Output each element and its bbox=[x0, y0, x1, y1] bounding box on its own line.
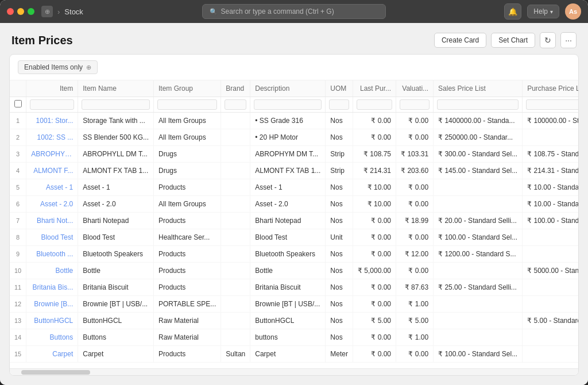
col-item-group[interactable]: Item Group bbox=[153, 80, 220, 97]
avatar[interactable]: As bbox=[565, 3, 581, 20]
table-row[interactable]: 6 Asset - 2.0 Asset - 2.0 All Item Group… bbox=[10, 196, 578, 213]
table-row[interactable]: 4 ALMONT F... ALMONT FX TAB 1... Drugs A… bbox=[10, 163, 578, 179]
row-uom: Nos bbox=[326, 296, 353, 313]
row-item-group: PORTABLE SPE... bbox=[153, 296, 220, 313]
row-brand bbox=[221, 163, 250, 179]
row-item[interactable]: Bluetooth ... bbox=[26, 246, 78, 263]
notifications-button[interactable]: 🔔 bbox=[504, 3, 521, 20]
table-row[interactable]: 10 Bottle Bottle Products Bottle Nos ₹ 5… bbox=[10, 263, 578, 279]
row-brand bbox=[221, 263, 250, 279]
row-item[interactable]: Asset - 2.0 bbox=[26, 196, 78, 213]
row-last-purchase: ₹ 0.00 bbox=[353, 346, 396, 363]
maximize-button[interactable] bbox=[28, 8, 34, 15]
filter-last-purchase-input[interactable] bbox=[357, 99, 392, 110]
row-valuation: ₹ 0.00 bbox=[396, 129, 434, 146]
row-last-purchase: ₹ 0.00 bbox=[353, 246, 396, 263]
row-sales-price: ₹ 250000.00 - Standar... bbox=[434, 129, 523, 146]
col-description[interactable]: Description bbox=[250, 80, 326, 97]
row-item[interactable]: Buttons bbox=[26, 329, 78, 346]
table-row[interactable]: 1 1001: Stor... Storage Tank with ... Al… bbox=[10, 113, 578, 129]
row-uom: Strip bbox=[326, 146, 353, 163]
row-last-purchase: ₹ 0.00 bbox=[353, 213, 396, 229]
row-sales-price: ₹ 145.00 - Standard Sel... bbox=[434, 163, 523, 179]
table-row[interactable]: 12 Brownie [B... Brownie [BT | USB/... P… bbox=[10, 296, 578, 313]
row-item-group: Raw Material bbox=[153, 329, 220, 346]
refresh-button[interactable]: ↻ bbox=[540, 32, 556, 48]
table-row[interactable]: 14 Buttons Buttons Raw Material buttons … bbox=[10, 329, 578, 346]
filter-item-input[interactable] bbox=[30, 99, 74, 110]
col-item-name[interactable]: Item Name bbox=[78, 80, 154, 97]
row-brand bbox=[221, 196, 250, 213]
filter-valuation-input[interactable] bbox=[400, 99, 430, 110]
col-last-purchase[interactable]: Last Pur... bbox=[353, 80, 396, 97]
global-search[interactable]: 🔍 Search or type a command (Ctrl + G) bbox=[202, 4, 386, 19]
col-uom[interactable]: UOM bbox=[326, 80, 353, 97]
row-item[interactable]: ALMONT F... bbox=[26, 163, 78, 179]
row-brand bbox=[221, 146, 250, 163]
select-all-checkbox[interactable] bbox=[14, 100, 22, 107]
row-item-name: Britania Biscuit bbox=[78, 279, 154, 296]
row-item[interactable]: ABROPHYLL... bbox=[26, 146, 78, 163]
filter-uom-input[interactable] bbox=[329, 99, 349, 110]
row-last-purchase: ₹ 0.00 bbox=[353, 329, 396, 346]
col-purchase-price-list[interactable]: Purchase Price List bbox=[523, 80, 578, 97]
row-last-purchase: ₹ 0.00 bbox=[353, 129, 396, 146]
row-item[interactable]: Britania Bis... bbox=[26, 279, 78, 296]
col-brand[interactable]: Brand bbox=[221, 80, 250, 97]
row-item[interactable]: Bottle bbox=[26, 263, 78, 279]
more-options-button[interactable]: ··· bbox=[560, 32, 577, 48]
row-brand bbox=[221, 246, 250, 263]
minimize-button[interactable] bbox=[17, 8, 24, 15]
col-item[interactable]: Item bbox=[26, 80, 78, 97]
table-row[interactable]: 8 Blood Test Blood Test Healthcare Ser..… bbox=[10, 229, 578, 246]
row-item[interactable]: Brownie [B... bbox=[26, 296, 78, 313]
col-valuation[interactable]: Valuati... bbox=[396, 80, 434, 97]
filter-toggle-icon: ⊕ bbox=[86, 64, 91, 71]
filter-brand-input[interactable] bbox=[225, 99, 246, 110]
row-sales-price bbox=[434, 179, 523, 196]
table-row[interactable]: 11 Britania Bis... Britania Biscuit Prod… bbox=[10, 279, 578, 296]
filter-cell-item-group bbox=[153, 97, 220, 113]
row-item[interactable]: 1002: SS ... bbox=[26, 129, 78, 146]
filter-badge[interactable]: Enabled Items only ⊕ bbox=[18, 60, 98, 74]
row-purchase-price: ₹ 5000.00 - Stand bbox=[523, 263, 578, 279]
table-row[interactable]: 15 Carpet Carpet Products Sultan Carpet … bbox=[10, 346, 578, 363]
table-row[interactable]: 13 ButtonHGCL ButtonHGCL Raw Material Bu… bbox=[10, 313, 578, 329]
row-item[interactable]: Bharti Not... bbox=[26, 213, 78, 229]
table-row[interactable]: 9 Bluetooth ... Bluetooth Speakers Produ… bbox=[10, 246, 578, 263]
row-valuation: ₹ 103.31 bbox=[396, 146, 434, 163]
row-purchase-price bbox=[523, 329, 578, 346]
filter-description-input[interactable] bbox=[254, 99, 322, 110]
row-number: 3 bbox=[10, 146, 26, 163]
row-item[interactable]: Blood Test bbox=[26, 229, 78, 246]
row-valuation: ₹ 0.00 bbox=[396, 263, 434, 279]
app-icon[interactable]: ⊕ bbox=[41, 6, 53, 17]
col-sales-price-list[interactable]: Sales Price List bbox=[434, 80, 523, 97]
table-row[interactable]: 7 Bharti Not... Bharti Notepad Products … bbox=[10, 213, 578, 229]
row-purchase-price bbox=[523, 129, 578, 146]
filter-label: Enabled Items only bbox=[24, 63, 83, 71]
filter-sales-price-input[interactable] bbox=[437, 99, 519, 110]
horizontal-scrollbar[interactable] bbox=[10, 368, 578, 375]
table-wrapper[interactable]: Item Item Name Item Group Brand Descript… bbox=[10, 80, 578, 368]
table-row[interactable]: 2 1002: SS ... SS Blender 500 KG... All … bbox=[10, 129, 578, 146]
table-row[interactable]: 5 Asset - 1 Asset - 1 Products Asset - 1… bbox=[10, 179, 578, 196]
row-item[interactable]: 1001: Stor... bbox=[26, 113, 78, 129]
row-number: 2 bbox=[10, 129, 26, 146]
row-last-purchase: ₹ 5,000.00 bbox=[353, 263, 396, 279]
filter-item-name-input[interactable] bbox=[82, 99, 150, 110]
help-button[interactable]: Help ▾ bbox=[527, 5, 559, 18]
row-item-name: Asset - 2.0 bbox=[78, 196, 154, 213]
filter-purchase-price-input[interactable] bbox=[526, 99, 578, 110]
row-item[interactable]: ButtonHGCL bbox=[26, 313, 78, 329]
set-chart-button[interactable]: Set Chart bbox=[491, 33, 535, 48]
scroll-thumb[interactable] bbox=[21, 370, 90, 375]
row-description: Bottle bbox=[250, 263, 326, 279]
filter-item-group-input[interactable] bbox=[157, 99, 217, 110]
row-item[interactable]: Carpet bbox=[26, 346, 78, 363]
create-card-button[interactable]: Create Card bbox=[434, 33, 486, 48]
row-brand bbox=[221, 213, 250, 229]
row-item[interactable]: Asset - 1 bbox=[26, 179, 78, 196]
table-row[interactable]: 3 ABROPHYLL... ABROPHYLL DM T... Drugs A… bbox=[10, 146, 578, 163]
close-button[interactable] bbox=[7, 8, 14, 15]
